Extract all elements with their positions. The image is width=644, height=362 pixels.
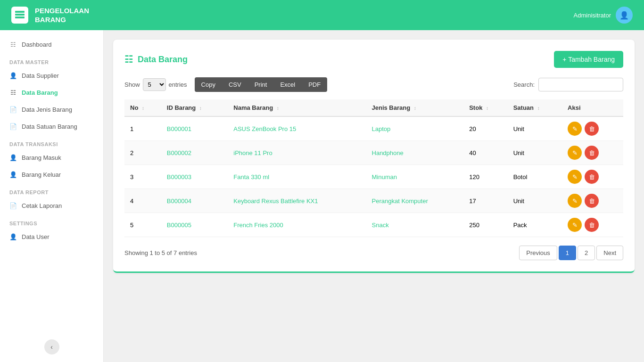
user-icon: 👤	[9, 233, 17, 240]
print-button[interactable]: Print	[248, 77, 274, 92]
cell-jenis: Handphone	[366, 141, 464, 165]
copy-button[interactable]: Copy	[195, 77, 222, 92]
barang-icon: ☷	[9, 89, 17, 96]
sidebar-label-data-barang: Data Barang	[22, 89, 58, 96]
sidebar: ☷ Dashboard DATA MASTER 👤 Data Supplier …	[0, 30, 104, 362]
search-input[interactable]	[538, 78, 623, 91]
cell-nama: Fanta 330 ml	[228, 165, 366, 189]
cell-aksi: ✎ 🗑	[562, 165, 623, 189]
delete-button-5[interactable]: 🗑	[585, 218, 599, 232]
csv-button[interactable]: CSV	[222, 77, 248, 92]
cell-nama: Keyboard Rexus Battlefire KX1	[228, 189, 366, 213]
laporan-icon: 📄	[9, 202, 17, 209]
tambah-barang-button[interactable]: + Tambah Barang	[554, 51, 623, 68]
cell-id: B000003	[161, 165, 228, 189]
col-no: No ↕	[124, 99, 161, 116]
cell-id: B000005	[161, 213, 228, 237]
cell-jenis: Snack	[366, 213, 464, 237]
sidebar-item-barang-keluar[interactable]: 👤 Barang Keluar	[0, 166, 103, 183]
excel-button[interactable]: Excel	[273, 77, 302, 92]
cell-stok: 20	[463, 116, 508, 141]
cell-nama: iPhone 11 Pro	[228, 141, 366, 165]
sidebar-item-dashboard[interactable]: ☷ Dashboard	[0, 36, 103, 53]
prev-button[interactable]: Previous	[519, 246, 557, 260]
cell-nama: ASUS ZenBook Pro 15	[228, 116, 366, 141]
delete-button-4[interactable]: 🗑	[585, 194, 599, 208]
search-box: Search:	[513, 78, 623, 91]
satuan-icon: 📄	[9, 123, 17, 130]
page-2-button[interactable]: 2	[578, 246, 595, 260]
username-label: Adminisitrator	[574, 12, 611, 19]
col-jenis-barang: Jenis Barang ↕	[366, 99, 464, 116]
edit-button-2[interactable]: ✎	[568, 146, 582, 160]
next-button[interactable]: Next	[596, 246, 623, 260]
header: PENGELOLAAN BARANG Adminisitrator 👤	[0, 0, 644, 30]
sidebar-toggle-button[interactable]: ‹	[44, 339, 59, 354]
sidebar-label-data-supplier: Data Supplier	[22, 72, 59, 79]
section-data-master: DATA MASTER	[0, 53, 103, 67]
cell-no: 2	[124, 141, 161, 165]
cell-satuan: Botol	[508, 165, 562, 189]
cell-stok: 40	[463, 141, 508, 165]
cell-no: 4	[124, 189, 161, 213]
cell-satuan: Unit	[508, 116, 562, 141]
section-data-report: DATA REPORT	[0, 183, 103, 197]
app-title: PENGELOLAAN BARANG	[35, 6, 89, 25]
table-header-row: No ↕ ID Barang ↕ Nama Barang ↕ Jenis Bar…	[124, 99, 623, 116]
show-label: Show	[124, 81, 140, 88]
card-title-icon: ☷	[124, 54, 133, 65]
sidebar-item-barang-masuk[interactable]: 👤 Barang Masuk	[0, 149, 103, 166]
cell-jenis: Perangkat Komputer	[366, 189, 464, 213]
delete-button-1[interactable]: 🗑	[585, 122, 599, 136]
masuk-icon: 👤	[9, 154, 17, 161]
cell-satuan: Unit	[508, 189, 562, 213]
cell-satuan: Pack	[508, 213, 562, 237]
sidebar-item-data-user[interactable]: 👤 Data User	[0, 228, 103, 245]
svg-rect-1	[15, 14, 25, 16]
table-row: 4 B000004 Keyboard Rexus Battlefire KX1 …	[124, 189, 623, 213]
col-id-barang: ID Barang ↕	[161, 99, 228, 116]
jenis-icon: 📄	[9, 106, 17, 113]
sidebar-item-data-supplier[interactable]: 👤 Data Supplier	[0, 67, 103, 84]
page-1-button[interactable]: 1	[559, 246, 576, 260]
pdf-button[interactable]: PDF	[302, 77, 327, 92]
logo-icon	[11, 7, 28, 24]
card-header: ☷ Data Barang + Tambah Barang	[124, 51, 623, 68]
main-layout: ☷ Dashboard DATA MASTER 👤 Data Supplier …	[0, 30, 644, 362]
dashboard-icon: ☷	[9, 41, 17, 48]
cell-aksi: ✎ 🗑	[562, 141, 623, 165]
svg-rect-2	[15, 16, 25, 18]
sidebar-item-data-jenis-barang[interactable]: 📄 Data Jenis Barang	[0, 101, 103, 118]
table-row: 1 B000001 ASUS ZenBook Pro 15 Laptop 20 …	[124, 116, 623, 141]
cell-stok: 120	[463, 165, 508, 189]
table-controls: Show 5 10 25 50 entries Copy CSV Print	[124, 77, 623, 92]
delete-button-2[interactable]: 🗑	[585, 146, 599, 160]
data-barang-card: ☷ Data Barang + Tambah Barang Show 5 10 …	[113, 40, 635, 273]
edit-button-3[interactable]: ✎	[568, 170, 582, 184]
sidebar-nav: ☷ Dashboard DATA MASTER 👤 Data Supplier …	[0, 30, 103, 336]
cell-id: B000004	[161, 189, 228, 213]
delete-button-3[interactable]: 🗑	[585, 170, 599, 184]
section-settings: SETTINGS	[0, 214, 103, 228]
supplier-icon: 👤	[9, 72, 17, 79]
export-buttons-group: Copy CSV Print Excel PDF	[195, 77, 328, 92]
sidebar-label-barang-keluar: Barang Keluar	[22, 171, 61, 178]
table-row: 5 B000005 French Fries 2000 Snack 250 Pa…	[124, 213, 623, 237]
show-entries: Show 5 10 25 50 entries	[124, 78, 187, 91]
col-aksi: Aksi	[562, 99, 623, 116]
entries-select[interactable]: 5 10 25 50	[143, 78, 166, 91]
sidebar-item-cetak-laporan[interactable]: 📄 Cetak Laporan	[0, 197, 103, 214]
col-satuan: Satuan ↕	[508, 99, 562, 116]
sidebar-item-data-barang[interactable]: ☷ Data Barang	[0, 84, 103, 101]
col-nama-barang: Nama Barang ↕	[228, 99, 366, 116]
cell-aksi: ✎ 🗑	[562, 213, 623, 237]
cell-no: 5	[124, 213, 161, 237]
edit-button-1[interactable]: ✎	[568, 122, 582, 136]
section-data-transaksi: DATA TRANSAKSI	[0, 135, 103, 149]
card-title: ☷ Data Barang	[124, 54, 188, 65]
edit-button-4[interactable]: ✎	[568, 194, 582, 208]
header-user-area: Adminisitrator 👤	[574, 7, 633, 24]
avatar: 👤	[616, 7, 633, 24]
edit-button-5[interactable]: ✎	[568, 218, 582, 232]
sidebar-item-data-satuan-barang[interactable]: 📄 Data Satuan Barang	[0, 118, 103, 135]
